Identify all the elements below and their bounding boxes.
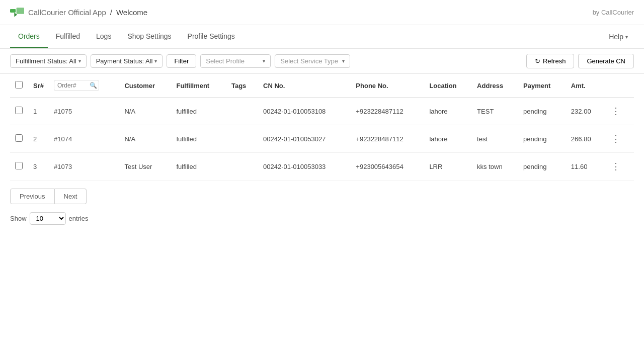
row-order-id: #1074 — [49, 125, 119, 153]
tab-orders[interactable]: Orders — [10, 25, 48, 48]
order-search-box[interactable]: 🔍 — [54, 80, 99, 91]
row-actions-button[interactable]: ⋮ — [609, 159, 622, 174]
row-customer: Test User — [119, 153, 171, 180]
row-fulfillment: fulfilled — [171, 125, 226, 153]
entries-label: entries — [69, 215, 89, 222]
row-customer: N/A — [119, 98, 171, 125]
logo-icon — [10, 8, 24, 18]
phone-header: Phone No. — [351, 74, 424, 98]
row-payment: pending — [518, 98, 566, 125]
svg-rect-0 — [10, 9, 16, 13]
row-amt: 232.00 — [566, 98, 604, 125]
row-phone: +923005643654 — [351, 153, 424, 180]
filter-button[interactable]: Filter — [167, 54, 196, 68]
tab-profile-settings[interactable]: Profile Settings — [180, 25, 243, 48]
nav-right: Help ▾ — [603, 30, 634, 44]
generate-cn-button[interactable]: Generate CN — [578, 54, 634, 68]
address-header: Address — [472, 74, 518, 98]
row-address: TEST — [472, 98, 518, 125]
table-row: 2 #1074 N/A fulfilled 00242-01-010053027… — [10, 125, 634, 153]
row-sr: 1 — [28, 98, 49, 125]
table-row: 3 #1073 Test User fulfilled 00242-01-010… — [10, 153, 634, 180]
row-tags — [226, 153, 258, 180]
select-service-type-dropdown[interactable]: Select Service Type ▾ — [275, 54, 350, 68]
actions-header — [604, 74, 634, 98]
order-search-header: 🔍 — [49, 74, 119, 98]
table-row: 1 #1075 N/A fulfilled 00242-01-010053108… — [10, 98, 634, 125]
fulfillment-status-filter[interactable]: Fulfillment Status: All ▾ — [10, 54, 87, 68]
separator: / — [110, 8, 112, 17]
row-phone: +923228487112 — [351, 98, 424, 125]
payment-header: Payment — [518, 74, 566, 98]
row-checkbox-cell — [10, 125, 28, 153]
orders-table: Sr# 🔍 Customer Fulfillment Tags CN No. P… — [10, 74, 634, 180]
row-checkbox-cell — [10, 153, 28, 180]
row-amt: 11.60 — [566, 153, 604, 180]
row-order-id: #1073 — [49, 153, 119, 180]
row-actions-cell: ⋮ — [604, 153, 634, 180]
order-search-input[interactable] — [57, 82, 88, 89]
toolbar-right: ↻ Refresh Generate CN — [526, 54, 634, 68]
row-order-id: #1075 — [49, 98, 119, 125]
orders-table-container: Sr# 🔍 Customer Fulfillment Tags CN No. P… — [0, 74, 644, 180]
search-icon: 🔍 — [90, 82, 97, 89]
table-body: 1 #1075 N/A fulfilled 00242-01-010053108… — [10, 98, 634, 180]
row-fulfillment: fulfilled — [171, 153, 226, 180]
select-all-checkbox[interactable] — [15, 81, 23, 88]
row-cn-no: 00242-01-010053033 — [258, 153, 351, 180]
entries-per-page-select[interactable]: 10 25 50 100 — [30, 212, 66, 225]
row-cn-no: 00242-01-010053027 — [258, 125, 351, 153]
tags-header: Tags — [226, 74, 258, 98]
pagination: Previous Next — [0, 180, 644, 208]
row-cn-no: 00242-01-010053108 — [258, 98, 351, 125]
select-profile-dropdown[interactable]: Select Profile ▾ — [200, 54, 271, 68]
row-fulfillment: fulfilled — [171, 98, 226, 125]
select-all-header — [10, 74, 28, 98]
help-button[interactable]: Help ▾ — [603, 30, 634, 44]
app-brand: CallCourier Official App — [28, 8, 106, 17]
row-address: test — [472, 125, 518, 153]
payment-status-filter[interactable]: Payment Status: All ▾ — [91, 54, 163, 68]
amt-header: Amt. — [566, 74, 604, 98]
row-address: kks town — [472, 153, 518, 180]
row-location: lahore — [424, 98, 472, 125]
row-location: LRR — [424, 153, 472, 180]
row-amt: 266.80 — [566, 125, 604, 153]
row-sr: 2 — [28, 125, 49, 153]
tab-fulfilled[interactable]: Fulfilled — [48, 25, 88, 48]
cn-no-header: CN No. — [258, 74, 351, 98]
row-actions-button[interactable]: ⋮ — [609, 104, 622, 119]
row-customer: N/A — [119, 125, 171, 153]
table-header-row: Sr# 🔍 Customer Fulfillment Tags CN No. P… — [10, 74, 634, 98]
tab-shop-settings[interactable]: Shop Settings — [119, 25, 179, 48]
location-header: Location — [424, 74, 472, 98]
toolbar: Fulfillment Status: All ▾ Payment Status… — [0, 49, 644, 74]
toolbar-left: Fulfillment Status: All ▾ Payment Status… — [10, 54, 522, 68]
row-payment: pending — [518, 125, 566, 153]
row-checkbox[interactable] — [15, 162, 23, 169]
page-title: Welcome — [116, 8, 147, 17]
tab-logs[interactable]: Logs — [88, 25, 119, 48]
row-actions-cell: ⋮ — [604, 125, 634, 153]
row-checkbox[interactable] — [15, 107, 23, 114]
row-checkbox[interactable] — [15, 134, 23, 142]
refresh-icon: ↻ — [535, 57, 540, 65]
row-location: lahore — [424, 125, 472, 153]
previous-button[interactable]: Previous — [10, 189, 55, 204]
chevron-down-icon: ▾ — [625, 34, 628, 40]
row-tags — [226, 98, 258, 125]
chevron-down-icon: ▾ — [263, 58, 265, 64]
row-sr: 3 — [28, 153, 49, 180]
chevron-down-icon: ▾ — [78, 58, 81, 64]
refresh-button[interactable]: ↻ Refresh — [526, 54, 575, 68]
svg-rect-1 — [17, 8, 24, 14]
sr-header: Sr# — [28, 74, 49, 98]
nav-left: Orders Fulfilled Logs Shop Settings Prof… — [10, 25, 243, 48]
row-payment: pending — [518, 153, 566, 180]
next-button[interactable]: Next — [55, 189, 87, 204]
row-actions-button[interactable]: ⋮ — [609, 131, 622, 146]
nav-tabs: Orders Fulfilled Logs Shop Settings Prof… — [0, 25, 644, 49]
row-checkbox-cell — [10, 98, 28, 125]
app-header: CallCourier Official App / Welcome by Ca… — [0, 0, 644, 25]
customer-header: Customer — [119, 74, 171, 98]
